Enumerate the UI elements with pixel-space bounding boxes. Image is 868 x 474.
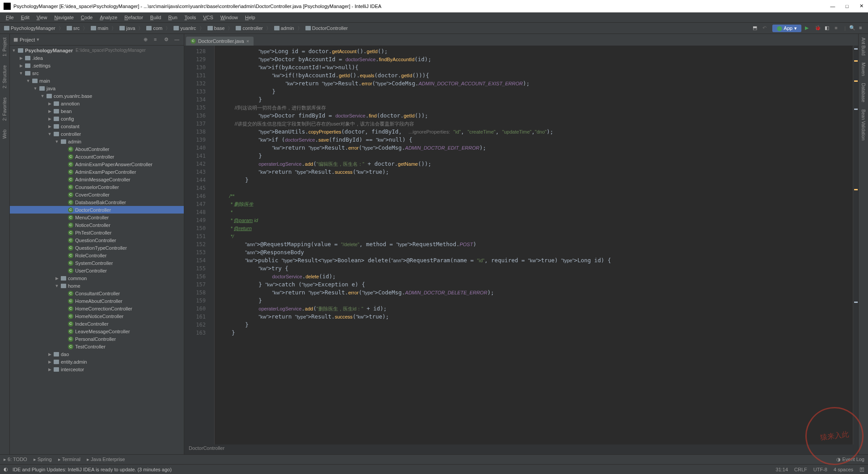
tree-item[interactable]: ▶dao xyxy=(10,350,184,358)
bottom-tool[interactable]: ▸ Terminal xyxy=(58,457,80,462)
tree-item[interactable]: ▶.idea xyxy=(10,54,184,62)
menu-build[interactable]: Build xyxy=(147,14,164,21)
tree-item[interactable]: CAdminMessageController xyxy=(10,176,184,183)
tree-item[interactable]: CCounselorController xyxy=(10,183,184,191)
tool-antbuild[interactable]: Ant Build xyxy=(861,36,866,57)
breadcrumb-item[interactable]: DoctorController xyxy=(304,25,349,31)
breadcrumb-item[interactable]: admin xyxy=(273,25,296,31)
settings-icon[interactable]: ≡ xyxy=(859,25,865,31)
menu-file[interactable]: File xyxy=(3,14,17,21)
tree-item[interactable]: CNoticeController xyxy=(10,221,184,229)
tree-item[interactable]: CAdminExamPaperController xyxy=(10,168,184,176)
menu-edit[interactable]: Edit xyxy=(18,14,33,21)
search-icon[interactable]: 🔍 xyxy=(849,25,855,31)
bottom-tool[interactable]: ▸ Java Enterprise xyxy=(87,457,125,462)
tree-item[interactable]: CQuestionTypeController xyxy=(10,244,184,252)
tool-favorites[interactable]: 2: Favorites xyxy=(2,96,7,122)
tree-item[interactable]: CDoctorController xyxy=(10,206,184,214)
tree-item[interactable]: ▼java xyxy=(10,84,184,92)
close-tab-icon[interactable]: × xyxy=(246,38,249,44)
bottom-tool[interactable]: ▸ Spring xyxy=(34,457,52,462)
tree-item[interactable]: CAccountController xyxy=(10,153,184,160)
menu-view[interactable]: View xyxy=(34,14,51,21)
tree-item[interactable]: ▼controller xyxy=(10,130,184,138)
tree-item[interactable]: ▼admin xyxy=(10,138,184,145)
tree-item[interactable]: CSystemController xyxy=(10,259,184,267)
menu-navigate[interactable]: Navigate xyxy=(51,14,76,21)
status-icon[interactable]: ◐ xyxy=(4,466,10,473)
breadcrumb-item[interactable]: com xyxy=(145,25,164,31)
tree-item[interactable]: CPersonalController xyxy=(10,335,184,343)
minimize-button[interactable]: — xyxy=(830,3,836,9)
tree-item[interactable]: CUserController xyxy=(10,267,184,274)
build-icon[interactable]: ⬒ xyxy=(753,25,759,31)
code-content[interactable]: "type">Long id = doctor.getAccount().get… xyxy=(215,46,853,445)
tree-item[interactable]: CTestController xyxy=(10,343,184,350)
breadcrumb-item[interactable]: main xyxy=(89,25,110,31)
tree-item[interactable]: CConsultantController xyxy=(10,289,184,297)
fold-gutter[interactable] xyxy=(209,46,215,445)
maximize-button[interactable]: □ xyxy=(844,3,850,9)
tree-item[interactable]: ▶constant xyxy=(10,122,184,130)
tree-item[interactable]: CHomeAboutController xyxy=(10,297,184,305)
tool-structure[interactable]: 2: Structure xyxy=(2,63,7,90)
tree-item[interactable]: ▶.settings xyxy=(10,62,184,69)
breadcrumb-item[interactable]: java xyxy=(118,25,136,31)
code-editor[interactable]: 128 129 130 131 132 133 134 135 136 137 … xyxy=(184,46,858,445)
tool-database[interactable]: Database xyxy=(861,81,866,104)
status-item[interactable]: 31:14 xyxy=(776,467,788,472)
run-config-selector[interactable]: ⬤App▾ xyxy=(772,25,802,32)
tree-item[interactable]: ▼main xyxy=(10,77,184,84)
tree-item[interactable]: ▶config xyxy=(10,115,184,122)
tree-item[interactable]: CAboutController xyxy=(10,145,184,153)
tree-item[interactable]: ▶bean xyxy=(10,107,184,115)
menu-run[interactable]: Run xyxy=(165,14,180,21)
project-tree[interactable]: ▼PsychologyManagerE:\idea_space\Psycholo… xyxy=(10,46,184,454)
back-icon[interactable]: ↶ xyxy=(762,25,769,31)
status-item[interactable]: 4 spaces xyxy=(834,467,853,472)
collapse-all-icon[interactable]: ≡ xyxy=(154,37,160,42)
status-item[interactable]: UTF-8 xyxy=(813,467,827,472)
tool-maven[interactable]: Maven xyxy=(861,61,866,78)
coverage-icon[interactable]: ◧ xyxy=(825,25,831,31)
tree-item[interactable]: CLeaveMessageController xyxy=(10,327,184,335)
breadcrumb-item[interactable]: base xyxy=(206,25,226,31)
tree-item[interactable]: ▼src xyxy=(10,69,184,77)
tool-beanvalidation[interactable]: Bean Validation xyxy=(861,108,866,142)
menu-tools[interactable]: Tools xyxy=(182,14,199,21)
tree-item[interactable]: CPhTestController xyxy=(10,229,184,236)
tree-item[interactable]: ▼com.yuanlrc.base xyxy=(10,92,184,100)
panel-settings-icon[interactable]: ⚙ xyxy=(164,37,170,42)
tool-web[interactable]: Web xyxy=(2,128,7,140)
status-item[interactable]: CRLF xyxy=(794,467,807,472)
project-view-icon[interactable]: ▦ xyxy=(13,37,18,42)
menu-help[interactable]: Help xyxy=(242,14,258,21)
debug-icon[interactable]: 🐞 xyxy=(815,25,821,31)
tree-item[interactable]: ▶interceotor xyxy=(10,365,184,373)
tree-item[interactable]: CAdminExamPaperAnswerController xyxy=(10,160,184,168)
tool-project[interactable]: 1: Project xyxy=(2,36,7,58)
breadcrumb-item[interactable]: controller xyxy=(234,25,264,31)
tree-item[interactable]: CMenuController xyxy=(10,214,184,221)
tree-root[interactable]: ▼PsychologyManagerE:\idea_space\Psycholo… xyxy=(10,46,184,54)
breadcrumb-item[interactable]: src xyxy=(65,25,81,31)
tree-item[interactable]: ▶common xyxy=(10,274,184,282)
menu-code[interactable]: Code xyxy=(78,14,96,21)
stop-icon[interactable]: ■ xyxy=(834,25,841,31)
close-button[interactable]: ✕ xyxy=(858,3,864,9)
menu-analyze[interactable]: Analyze xyxy=(97,14,120,21)
run-icon[interactable]: ▶ xyxy=(805,25,811,31)
breadcrumb-item[interactable]: yuanlrc xyxy=(172,25,197,31)
scroll-from-source-icon[interactable]: ⊕ xyxy=(144,37,149,42)
tree-item[interactable]: CIndexController xyxy=(10,320,184,327)
menu-refactor[interactable]: Refactor xyxy=(121,14,146,21)
menu-vcs[interactable]: VCS xyxy=(200,14,216,21)
menu-window[interactable]: Window xyxy=(217,14,241,21)
hide-panel-icon[interactable]: — xyxy=(174,37,180,42)
status-item[interactable]: ⚿ xyxy=(860,467,864,472)
bottom-tool[interactable]: ▸ 6: TODO xyxy=(4,457,27,462)
tree-item[interactable]: CDatabaseBakController xyxy=(10,198,184,206)
tree-item[interactable]: CCoverController xyxy=(10,191,184,198)
tree-item[interactable]: CHomeCorrectionController xyxy=(10,305,184,312)
editor-breadcrumb[interactable]: DoctorController xyxy=(184,445,858,454)
